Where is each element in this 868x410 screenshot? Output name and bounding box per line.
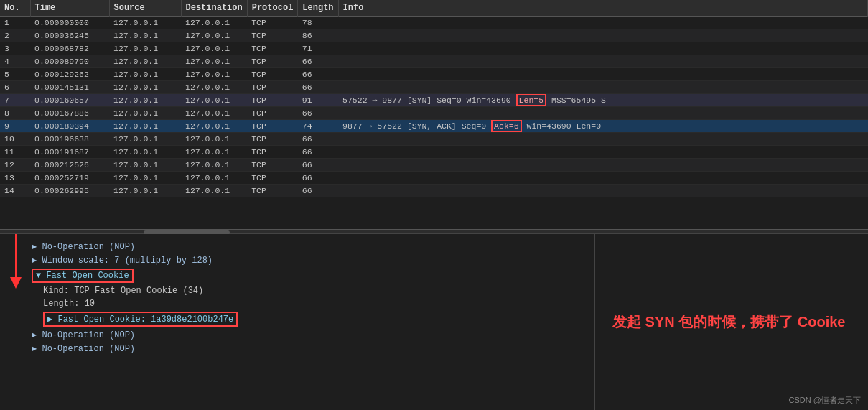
packet-info [338,29,867,42]
detail-item-window-scale[interactable]: ▶ Window scale: 7 (multiply by 128) [11,253,583,267]
col-header-source[interactable]: Source [109,0,181,17]
packet-proto: TCP [247,94,298,107]
packet-info [338,81,867,94]
detail-item-below[interactable]: ▶ No-Operation (NOP) [11,328,583,342]
packet-dst: 127.0.0.1 [181,29,247,42]
packet-len: 66 [298,159,338,172]
detail-item-nop[interactable]: ▶ No-Operation (NOP) [11,240,583,253]
table-row[interactable]: 120.000212526127.0.0.1127.0.0.1TCP66 [0,159,868,172]
table-row[interactable]: 130.000252719127.0.0.1127.0.0.1TCP66 [0,172,868,185]
packet-proto: TCP [247,172,298,185]
packet-len: 86 [298,29,338,42]
packet-dst: 127.0.0.1 [181,94,247,107]
packet-dst: 127.0.0.1 [181,159,247,172]
packet-src: 127.0.0.1 [109,185,181,197]
packet-no: 10 [0,133,30,146]
packet-time: 0.000036245 [30,29,109,42]
packet-info [338,133,867,146]
detail-item-fast-open-detail[interactable]: Kind: TCP Fast Open Cookie (34) [11,284,583,297]
packet-src: 127.0.0.1 [109,107,181,120]
detail-item-below[interactable]: ▶ No-Operation (NOP) [11,342,583,355]
packet-info [338,159,867,172]
packet-len: 66 [298,133,338,146]
packet-dst: 127.0.0.1 [181,17,247,29]
packet-no: 11 [0,146,30,159]
packet-no: 3 [0,42,30,55]
packet-proto: TCP [247,81,298,94]
packet-time: 0.000252719 [30,172,109,185]
packet-proto: TCP [247,120,298,133]
packet-src: 127.0.0.1 [109,159,181,172]
packet-no: 8 [0,107,30,120]
table-row[interactable]: 60.000145131127.0.0.1127.0.0.1TCP66 [0,81,868,94]
table-row[interactable]: 20.000036245127.0.0.1127.0.0.1TCP86 [0,29,868,42]
packet-len: 66 [298,185,338,197]
packet-src: 127.0.0.1 [109,172,181,185]
table-row[interactable]: 10.000000000127.0.0.1127.0.0.1TCP78 [0,17,868,29]
packet-info: 57522 → 9877 [SYN] Seq=0 Win=43690 Len=5… [338,94,867,107]
packet-proto: TCP [247,107,298,120]
packet-dst: 127.0.0.1 [181,133,247,146]
packet-proto: TCP [247,185,298,197]
packet-proto: TCP [247,55,298,68]
packet-info: 9877 → 57522 [SYN, ACK] Seq=0 Ack=6 Win=… [338,120,867,133]
packet-src: 127.0.0.1 [109,94,181,107]
detail-tree: ▶ No-Operation (NOP)▶ Window scale: 7 (m… [11,240,583,355]
packet-no: 9 [0,120,30,133]
packet-info [338,185,867,197]
packet-src: 127.0.0.1 [109,81,181,94]
main-container: No. Time Source Destination Protocol Len… [0,0,868,410]
packet-dst: 127.0.0.1 [181,146,247,159]
packet-src: 127.0.0.1 [109,42,181,55]
table-row[interactable]: 70.000160657127.0.0.1127.0.0.1TCP9157522… [0,94,868,107]
table-row[interactable]: 80.000167886127.0.0.1127.0.0.1TCP66 [0,107,868,120]
table-row[interactable]: 90.000180394127.0.0.1127.0.0.1TCP749877 … [0,120,868,133]
packet-dst: 127.0.0.1 [181,185,247,197]
table-row[interactable]: 100.000196638127.0.0.1127.0.0.1TCP66 [0,133,868,146]
packet-len: 66 [298,172,338,185]
packet-no: 12 [0,159,30,172]
col-header-no[interactable]: No. [0,0,30,17]
packet-src: 127.0.0.1 [109,146,181,159]
arrow-line [15,234,17,277]
annotation-panel: 发起 SYN 包的时候，携带了 Cooike [595,234,868,410]
col-header-len[interactable]: Length [298,0,338,17]
table-row[interactable]: 40.000089790127.0.0.1127.0.0.1TCP66 [0,55,868,68]
packet-info [338,172,867,185]
arrow-indicator [10,234,22,289]
packet-no: 7 [0,94,30,107]
table-row[interactable]: 110.000191687127.0.0.1127.0.0.1TCP66 [0,146,868,159]
packet-len: 66 [298,68,338,81]
packet-proto: TCP [247,159,298,172]
packet-dst: 127.0.0.1 [181,68,247,81]
col-header-dest[interactable]: Destination [181,0,247,17]
annotation-text: 发起 SYN 包的时候，携带了 Cooike [612,312,845,332]
col-header-time[interactable]: Time [30,0,109,17]
detail-item-fast-open-detail[interactable]: Length: 10 [11,297,583,310]
watermark: CSDN @恒者走天下 [789,395,861,406]
arrow-head [10,277,22,289]
col-header-info[interactable]: Info [338,0,867,17]
packet-proto: TCP [247,17,298,29]
packet-time: 0.000196638 [30,133,109,146]
packet-dst: 127.0.0.1 [181,172,247,185]
detail-item-fast-open-header[interactable]: ▼ Fast Open Cookie [11,267,583,284]
packet-len: 78 [298,17,338,29]
table-row[interactable]: 50.000129262127.0.0.1127.0.0.1TCP66 [0,68,868,81]
packet-dst: 127.0.0.1 [181,107,247,120]
detail-item-fast-open-cookie[interactable]: ▶ Fast Open Cookie: 1a39d8e2100b247e [11,310,583,328]
packet-proto: TCP [247,68,298,81]
packet-time: 0.000089790 [30,55,109,68]
packet-time: 0.000160657 [30,94,109,107]
packet-len: 91 [298,94,338,107]
packet-src: 127.0.0.1 [109,68,181,81]
col-header-proto[interactable]: Protocol [247,0,298,17]
packet-info [338,17,867,29]
packet-len: 71 [298,42,338,55]
table-row[interactable]: 140.000262995127.0.0.1127.0.0.1TCP66 [0,185,868,197]
packet-info [338,68,867,81]
packet-dst: 127.0.0.1 [181,42,247,55]
packet-time: 0.000000000 [30,17,109,29]
table-row[interactable]: 30.000068782127.0.0.1127.0.0.1TCP71 [0,42,868,55]
packet-list[interactable]: No. Time Source Destination Protocol Len… [0,0,868,230]
